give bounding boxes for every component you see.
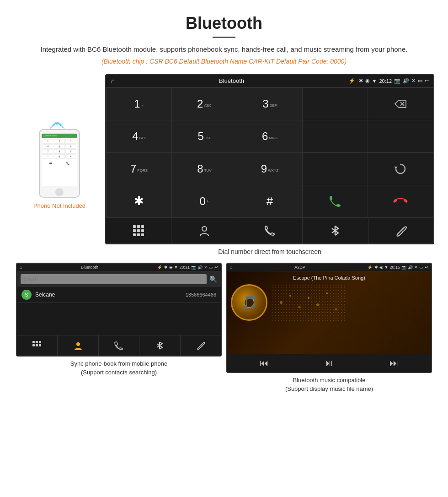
- signal-icon: ▼: [372, 78, 377, 84]
- svg-rect-10: [133, 233, 136, 236]
- pb-bottom-link2[interactable]: [181, 335, 221, 356]
- pb-bottom-phone[interactable]: [99, 335, 139, 356]
- back-icon[interactable]: ↩: [425, 78, 429, 84]
- svg-rect-8: [137, 229, 140, 232]
- dialpad-call-button[interactable]: [303, 185, 368, 217]
- music-home-icon[interactable]: ⌂: [230, 265, 232, 270]
- svg-rect-15: [32, 341, 35, 343]
- dialpad-empty-1: [303, 88, 368, 120]
- phone-screen: + Add to Contacts 123 456 789 *0# 📷 📞: [42, 134, 77, 186]
- main-section: ⬦ + Add to Contacts 123 456 789 *0# 📷: [0, 70, 448, 244]
- svg-point-21: [76, 342, 80, 346]
- pb-time: 20:11: [179, 265, 190, 270]
- dialpad-key-9[interactable]: 9WXYZ: [237, 153, 302, 185]
- music-loc-icon: ◉: [379, 265, 383, 270]
- dialpad-key-2[interactable]: 2ABC: [172, 88, 237, 120]
- pb-statusbar: ⌂ Bluetooth ⚡ ✱ ◉ ▼ 20:11 📷 🔊 ✕ ▭ ↩: [17, 264, 221, 271]
- music-vol-icon: 🔊: [408, 265, 413, 270]
- pb-spacer: [17, 303, 221, 335]
- svg-point-31: [335, 308, 337, 310]
- dialpad-key-7[interactable]: 7PQRS: [107, 153, 171, 185]
- header-description: Integrated with BC6 Bluetooth module, su…: [9, 44, 439, 55]
- car-screen: ⌂ Bluetooth ⚡ ✱ ◉ ▼ 20:12 📷 🔊 ✕ ▭ ↩: [105, 74, 434, 244]
- car-bottom-dialpad[interactable]: [106, 218, 171, 243]
- close-icon[interactable]: ✕: [411, 78, 416, 84]
- car-statusbar: ⌂ Bluetooth ⚡ ✱ ◉ ▼ 20:12 📷 🔊 ✕ ▭ ↩: [106, 75, 433, 87]
- dialpad-key-6[interactable]: 6MNO: [237, 120, 302, 152]
- music-visualizer: [272, 284, 427, 321]
- car-bottom-contacts[interactable]: [171, 218, 237, 243]
- svg-text:⬦: ⬦: [55, 119, 59, 126]
- volume-icon[interactable]: 🔊: [403, 78, 409, 84]
- pb-contact-row[interactable]: S Seicane 13566664466: [17, 287, 221, 303]
- svg-rect-12: [141, 233, 144, 236]
- phonebook-screen: ⌂ Bluetooth ⚡ ✱ ◉ ▼ 20:11 📷 🔊 ✕ ▭ ↩: [16, 263, 222, 357]
- pb-home-icon[interactable]: ⌂: [20, 265, 22, 270]
- dialpad-empty-3: [368, 120, 433, 152]
- music-back-icon[interactable]: ↩: [425, 265, 428, 270]
- prev-track-button[interactable]: ⏮: [260, 358, 269, 368]
- page-title: Bluetooth: [9, 14, 439, 33]
- pb-loc-icon: ◉: [169, 265, 173, 270]
- pb-bottom-apps[interactable]: [17, 335, 58, 356]
- music-controls: ⏮ ⏯ ⏭: [227, 354, 431, 372]
- svg-point-13: [202, 227, 207, 231]
- music-panel: ⌂ A2DP ⚡ ✱ ◉ ▼ 20:15 📷 🔊 ✕ ▭ ↩ Escape (T…: [226, 263, 432, 394]
- dialpad-end-call-button[interactable]: [368, 185, 433, 217]
- pb-contact-number: 13566664466: [186, 292, 216, 297]
- dialpad-key-5[interactable]: 5JKL: [172, 120, 237, 152]
- pb-x-icon: ✕: [204, 265, 208, 270]
- svg-marker-3: [394, 167, 398, 169]
- dialpad-key-3[interactable]: 3DEF: [237, 88, 302, 120]
- dialpad-grid: 1∿ 2ABC 3DEF 4GHI: [106, 87, 433, 218]
- pb-search-input[interactable]: [21, 274, 207, 284]
- pb-search-icon[interactable]: 🔍: [209, 276, 217, 283]
- dialpad-key-star[interactable]: ✱: [107, 185, 171, 217]
- phone-screen-bar: + Add to Contacts: [42, 134, 77, 138]
- title-divider: [213, 37, 235, 38]
- home-icon[interactable]: ⌂: [111, 77, 114, 85]
- car-bottom-bluetooth[interactable]: [303, 218, 368, 243]
- dialpad-key-hash[interactable]: #: [237, 185, 302, 217]
- svg-rect-11: [137, 233, 140, 236]
- music-title-bar: A2DP: [234, 265, 365, 270]
- window-icon[interactable]: ▭: [418, 78, 422, 84]
- svg-point-28: [308, 297, 309, 299]
- svg-rect-16: [36, 341, 38, 343]
- dialpad-key-8[interactable]: 8TUV: [172, 153, 237, 185]
- svg-rect-17: [39, 341, 41, 343]
- dialpad-refresh[interactable]: [368, 153, 433, 185]
- dialpad-key-4[interactable]: 4GHI: [107, 120, 171, 152]
- car-screen-title: Bluetooth: [118, 77, 345, 84]
- svg-rect-6: [141, 225, 144, 228]
- pb-usb-icon: ⚡: [157, 265, 162, 270]
- phone-body: + Add to Contacts 123 456 789 *0# 📷 📞: [39, 129, 80, 198]
- dialpad-backspace[interactable]: [368, 88, 433, 120]
- phone-dialpad: 123 456 789 *0#: [42, 138, 77, 160]
- pb-back-icon[interactable]: ↩: [214, 265, 218, 270]
- music-x-icon: ✕: [414, 265, 418, 270]
- svg-rect-24: [272, 284, 345, 321]
- pb-contact-name: Seicane: [35, 292, 186, 298]
- usb-icon: ⚡: [349, 78, 355, 84]
- pb-bottom-contacts-active[interactable]: [58, 335, 98, 356]
- dialpad-key-0[interactable]: 0+: [172, 185, 237, 217]
- camera-icon[interactable]: 📷: [394, 78, 400, 84]
- dialpad-key-1[interactable]: 1∿: [107, 88, 171, 120]
- phone-home-button[interactable]: [55, 188, 64, 196]
- svg-rect-9: [141, 229, 144, 232]
- music-status-icons: ✱ ◉ ▼ 20:15 📷 🔊 ✕ ▭ ↩: [374, 265, 428, 270]
- car-bottom-link[interactable]: [368, 218, 433, 243]
- pb-win-icon: ▭: [209, 265, 213, 270]
- album-art: 🎵: [231, 284, 267, 321]
- car-bottom-call[interactable]: [237, 218, 303, 243]
- next-track-button[interactable]: ⏭: [389, 358, 399, 368]
- music-win-icon: ▭: [419, 265, 423, 270]
- pb-bottom-bt[interactable]: [139, 335, 180, 356]
- music-statusbar: ⌂ A2DP ⚡ ✱ ◉ ▼ 20:15 📷 🔊 ✕ ▭ ↩: [227, 264, 431, 271]
- phone-not-included-label: Phone Not Included: [33, 202, 85, 209]
- song-title: Escape (The Pina Colada Song): [293, 275, 365, 281]
- pb-title: Bluetooth: [24, 265, 155, 270]
- music-usb-icon: ⚡: [368, 265, 373, 270]
- play-pause-button[interactable]: ⏯: [325, 358, 334, 368]
